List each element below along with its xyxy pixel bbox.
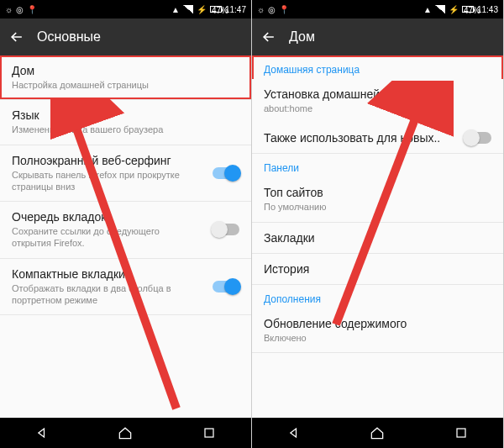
svg-rect-3 xyxy=(457,429,465,437)
row-bookmarks[interactable]: Закладки xyxy=(252,223,503,254)
circle-icon: ◎ xyxy=(268,5,276,14)
nav-back-icon[interactable] xyxy=(286,424,302,441)
row-label: Топ сайтов xyxy=(264,186,491,199)
battery-icon: 47% xyxy=(462,6,474,13)
status-bar: ☼ ◎ 📍 ▲ ⚡ 47% 11:43 xyxy=(252,0,503,18)
row-home[interactable]: Дом Настройка домашней страницы xyxy=(0,55,251,100)
status-bar: ☼ ◎ 📍 ▲ ⚡ 47% 11:47 xyxy=(0,0,251,18)
row-subtitle: Сохраните ссылки до следующего открытия … xyxy=(12,225,180,250)
row-subtitle: По умолчанию xyxy=(264,201,491,213)
row-subtitle: Скрывать панель Firefox при прокрутке ст… xyxy=(12,169,180,193)
appbar-title: Дом xyxy=(289,29,315,45)
row-label: Язык xyxy=(12,108,239,122)
toggle-fullscreen[interactable] xyxy=(213,167,239,179)
app-bar: Основные xyxy=(0,18,251,55)
signal-icon xyxy=(435,5,445,13)
settings-list: Дом Настройка домашней страницы Язык Изм… xyxy=(0,55,251,418)
nav-home-icon[interactable] xyxy=(117,424,134,441)
nav-recent-icon[interactable] xyxy=(453,424,470,441)
wifi-icon: ▲ xyxy=(171,5,180,14)
row-subtitle: Включено xyxy=(264,332,491,344)
section-addons: Дополнения xyxy=(252,285,503,308)
row-subtitle: about:home xyxy=(264,103,491,114)
row-label: Компактные вкладки xyxy=(12,267,239,281)
back-icon[interactable] xyxy=(260,29,277,45)
svg-rect-1 xyxy=(205,429,213,437)
back-icon[interactable] xyxy=(8,29,25,45)
row-label: Закладки xyxy=(264,231,491,245)
phone-right: ☼ ◎ 📍 ▲ ⚡ 47% 11:43 Дом Домашняя страниц… xyxy=(252,0,504,448)
app-bar: Дом xyxy=(252,18,503,55)
wifi-icon: ▲ xyxy=(423,5,432,14)
row-label: Полноэкранный веб-серфинг xyxy=(12,154,239,167)
row-history[interactable]: История xyxy=(252,254,503,285)
circle-icon: ◎ xyxy=(16,5,24,14)
home-settings-list: Домашняя страница Установка домашней стр… xyxy=(252,55,503,418)
nav-bar xyxy=(252,418,503,448)
row-label: Дом xyxy=(12,64,239,77)
row-compact-tabs[interactable]: Компактные вкладки Отображать вкладки в … xyxy=(0,259,251,316)
row-use-for-new[interactable]: Также использовать для новых.. xyxy=(252,123,503,154)
row-language[interactable]: Язык Изменение языка вашего браузера xyxy=(0,100,251,145)
battery-icon: 47% xyxy=(210,6,222,13)
row-top-sites[interactable]: Топ сайтов По умолчанию xyxy=(252,177,503,222)
row-subtitle: Настройка домашней страницы xyxy=(12,79,239,91)
signal-icon xyxy=(183,5,193,13)
nav-back-icon[interactable] xyxy=(34,424,50,441)
pin-icon: 📍 xyxy=(27,5,37,14)
row-label: Обновление содержимого xyxy=(264,317,491,330)
phone-left: ☼ ◎ 📍 ▲ ⚡ 47% 11:47 Основные Дом Настрой… xyxy=(0,0,252,448)
row-label: Также использовать для новых.. xyxy=(264,131,449,145)
row-label: Установка домашней страницы xyxy=(264,87,491,101)
nav-bar xyxy=(0,418,251,448)
appbar-title: Основные xyxy=(37,29,101,45)
row-subtitle: Изменение языка вашего браузера xyxy=(12,124,239,135)
pin-icon: 📍 xyxy=(279,5,289,14)
lightbulb-icon: ☼ xyxy=(5,5,13,14)
section-panels: Панели xyxy=(252,154,503,177)
row-subtitle: Отображать вкладки в два столбца в портр… xyxy=(12,282,180,307)
charging-icon: ⚡ xyxy=(449,5,459,14)
nav-home-icon[interactable] xyxy=(369,424,386,441)
toggle-tab-queue[interactable] xyxy=(213,224,239,235)
row-label: История xyxy=(264,262,491,276)
toggle-compact-tabs[interactable] xyxy=(213,281,239,293)
nav-recent-icon[interactable] xyxy=(201,424,218,441)
row-label: Очередь вкладок xyxy=(12,210,239,224)
row-set-homepage[interactable]: Установка домашней страницы about:home xyxy=(252,79,503,123)
row-tab-queue[interactable]: Очередь вкладок Сохраните ссылки до след… xyxy=(0,202,251,259)
row-fullscreen[interactable]: Полноэкранный веб-серфинг Скрывать панел… xyxy=(0,145,251,203)
toggle-use-for-new[interactable] xyxy=(465,132,491,144)
lightbulb-icon: ☼ xyxy=(257,5,265,14)
row-content-updates[interactable]: Обновление содержимого Включено xyxy=(252,308,503,353)
section-homepage: Домашняя страница xyxy=(252,55,503,79)
charging-icon: ⚡ xyxy=(197,5,207,14)
